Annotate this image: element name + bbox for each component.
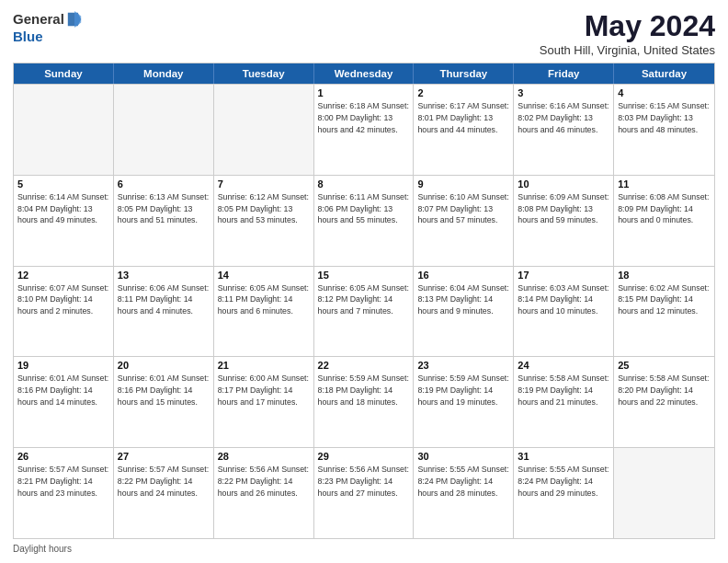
calendar-header-cell: Tuesday xyxy=(214,63,314,84)
day-number: 30 xyxy=(417,451,509,462)
day-number: 20 xyxy=(118,360,210,371)
day-number: 14 xyxy=(218,270,310,281)
logo-text: General xyxy=(13,12,64,28)
day-info: Sunrise: 6:03 AM Sunset: 8:14 PM Dayligh… xyxy=(518,282,609,317)
day-info: Sunrise: 5:59 AM Sunset: 8:18 PM Dayligh… xyxy=(318,373,410,408)
calendar-header-cell: Friday xyxy=(514,63,614,84)
day-info: Sunrise: 6:12 AM Sunset: 8:05 PM Dayligh… xyxy=(218,191,310,226)
day-info: Sunrise: 6:01 AM Sunset: 8:16 PM Dayligh… xyxy=(17,373,109,408)
day-number: 28 xyxy=(218,451,310,462)
calendar-cell xyxy=(614,448,714,538)
day-number: 9 xyxy=(417,178,509,190)
calendar-cell: 28Sunrise: 5:56 AM Sunset: 8:22 PM Dayli… xyxy=(214,448,314,538)
calendar-cell: 17Sunrise: 6:03 AM Sunset: 8:14 PM Dayli… xyxy=(514,267,614,357)
day-number: 3 xyxy=(518,87,609,98)
day-number: 8 xyxy=(318,178,410,190)
footer-text: Daylight hours xyxy=(13,544,72,554)
footer: Daylight hours xyxy=(13,544,715,554)
page: General Blue May 2024 South Hill, Virgin… xyxy=(0,0,728,563)
calendar-cell: 19Sunrise: 6:01 AM Sunset: 8:16 PM Dayli… xyxy=(14,357,114,447)
day-number: 7 xyxy=(218,178,310,190)
month-title: May 2024 xyxy=(540,9,715,43)
calendar-row: 1Sunrise: 6:18 AM Sunset: 8:00 PM Daylig… xyxy=(14,84,714,175)
calendar-row: 19Sunrise: 6:01 AM Sunset: 8:16 PM Dayli… xyxy=(14,356,714,447)
calendar-cell: 14Sunrise: 6:05 AM Sunset: 8:11 PM Dayli… xyxy=(214,267,314,357)
day-info: Sunrise: 5:57 AM Sunset: 8:22 PM Dayligh… xyxy=(118,464,210,499)
logo-icon xyxy=(66,9,83,29)
day-info: Sunrise: 6:17 AM Sunset: 8:01 PM Dayligh… xyxy=(417,100,509,135)
calendar-cell: 9Sunrise: 6:10 AM Sunset: 8:07 PM Daylig… xyxy=(414,176,514,266)
calendar-cell: 21Sunrise: 6:00 AM Sunset: 8:17 PM Dayli… xyxy=(214,357,314,447)
calendar-cell: 11Sunrise: 6:08 AM Sunset: 8:09 PM Dayli… xyxy=(614,176,714,266)
day-number: 25 xyxy=(618,360,711,371)
calendar-cell: 6Sunrise: 6:13 AM Sunset: 8:05 PM Daylig… xyxy=(114,176,214,266)
calendar-cell: 10Sunrise: 6:09 AM Sunset: 8:08 PM Dayli… xyxy=(514,176,614,266)
day-number: 13 xyxy=(118,270,210,281)
day-info: Sunrise: 6:09 AM Sunset: 8:08 PM Dayligh… xyxy=(518,191,609,226)
location: South Hill, Virginia, United States xyxy=(540,43,715,57)
day-info: Sunrise: 6:02 AM Sunset: 8:15 PM Dayligh… xyxy=(618,282,711,317)
calendar-header-row: SundayMondayTuesdayWednesdayThursdayFrid… xyxy=(14,63,714,84)
calendar-cell xyxy=(214,85,314,175)
calendar-cell: 24Sunrise: 5:58 AM Sunset: 8:19 PM Dayli… xyxy=(514,357,614,447)
day-number: 11 xyxy=(618,178,711,190)
day-info: Sunrise: 5:55 AM Sunset: 8:24 PM Dayligh… xyxy=(518,464,609,499)
day-info: Sunrise: 6:08 AM Sunset: 8:09 PM Dayligh… xyxy=(618,191,711,226)
day-info: Sunrise: 5:56 AM Sunset: 8:22 PM Dayligh… xyxy=(218,464,310,499)
calendar-cell: 4Sunrise: 6:15 AM Sunset: 8:03 PM Daylig… xyxy=(614,85,714,175)
header: General Blue May 2024 South Hill, Virgin… xyxy=(13,9,715,57)
calendar-cell xyxy=(114,85,214,175)
day-info: Sunrise: 6:01 AM Sunset: 8:16 PM Dayligh… xyxy=(118,373,210,408)
calendar-cell: 1Sunrise: 6:18 AM Sunset: 8:00 PM Daylig… xyxy=(314,85,415,175)
calendar-cell: 22Sunrise: 5:59 AM Sunset: 8:18 PM Dayli… xyxy=(314,357,415,447)
day-info: Sunrise: 6:15 AM Sunset: 8:03 PM Dayligh… xyxy=(618,100,711,135)
day-number: 12 xyxy=(17,270,109,281)
calendar-cell: 8Sunrise: 6:11 AM Sunset: 8:06 PM Daylig… xyxy=(314,176,415,266)
day-info: Sunrise: 6:04 AM Sunset: 8:13 PM Dayligh… xyxy=(417,282,509,317)
day-number: 31 xyxy=(518,451,609,462)
day-info: Sunrise: 6:06 AM Sunset: 8:11 PM Dayligh… xyxy=(118,282,210,317)
logo: General Blue xyxy=(13,9,83,45)
calendar-cell: 5Sunrise: 6:14 AM Sunset: 8:04 PM Daylig… xyxy=(14,176,114,266)
day-number: 10 xyxy=(518,178,609,190)
calendar-header-cell: Thursday xyxy=(414,63,514,84)
day-number: 23 xyxy=(417,360,509,371)
calendar-cell: 16Sunrise: 6:04 AM Sunset: 8:13 PM Dayli… xyxy=(414,267,514,357)
calendar-cell: 31Sunrise: 5:55 AM Sunset: 8:24 PM Dayli… xyxy=(514,448,614,538)
calendar: SundayMondayTuesdayWednesdayThursdayFrid… xyxy=(13,63,715,539)
calendar-header-cell: Wednesday xyxy=(314,63,415,84)
day-info: Sunrise: 5:59 AM Sunset: 8:19 PM Dayligh… xyxy=(417,373,509,408)
day-number: 21 xyxy=(218,360,310,371)
calendar-cell: 15Sunrise: 6:05 AM Sunset: 8:12 PM Dayli… xyxy=(314,267,415,357)
day-number: 29 xyxy=(318,451,410,462)
logo-blue-text: Blue xyxy=(13,29,43,45)
day-number: 1 xyxy=(318,87,410,98)
day-number: 2 xyxy=(417,87,509,98)
day-info: Sunrise: 6:07 AM Sunset: 8:10 PM Dayligh… xyxy=(17,282,109,317)
day-number: 17 xyxy=(518,270,609,281)
calendar-cell: 3Sunrise: 6:16 AM Sunset: 8:02 PM Daylig… xyxy=(514,85,614,175)
calendar-cell: 30Sunrise: 5:55 AM Sunset: 8:24 PM Dayli… xyxy=(414,448,514,538)
day-info: Sunrise: 6:13 AM Sunset: 8:05 PM Dayligh… xyxy=(118,191,210,226)
day-info: Sunrise: 5:58 AM Sunset: 8:20 PM Dayligh… xyxy=(618,373,711,408)
calendar-header-cell: Saturday xyxy=(614,63,714,84)
calendar-cell: 29Sunrise: 5:56 AM Sunset: 8:23 PM Dayli… xyxy=(314,448,415,538)
day-number: 24 xyxy=(518,360,609,371)
calendar-header-cell: Monday xyxy=(114,63,214,84)
day-info: Sunrise: 6:10 AM Sunset: 8:07 PM Dayligh… xyxy=(417,191,509,226)
day-number: 18 xyxy=(618,270,711,281)
day-number: 16 xyxy=(417,270,509,281)
day-info: Sunrise: 5:57 AM Sunset: 8:21 PM Dayligh… xyxy=(17,464,109,499)
day-info: Sunrise: 5:56 AM Sunset: 8:23 PM Dayligh… xyxy=(318,464,410,499)
calendar-cell: 12Sunrise: 6:07 AM Sunset: 8:10 PM Dayli… xyxy=(14,267,114,357)
day-info: Sunrise: 6:00 AM Sunset: 8:17 PM Dayligh… xyxy=(218,373,310,408)
day-info: Sunrise: 6:05 AM Sunset: 8:12 PM Dayligh… xyxy=(318,282,410,317)
day-info: Sunrise: 6:18 AM Sunset: 8:00 PM Dayligh… xyxy=(318,100,410,135)
calendar-cell: 25Sunrise: 5:58 AM Sunset: 8:20 PM Dayli… xyxy=(614,357,714,447)
day-number: 19 xyxy=(17,360,109,371)
title-block: May 2024 South Hill, Virginia, United St… xyxy=(540,9,715,57)
calendar-cell: 2Sunrise: 6:17 AM Sunset: 8:01 PM Daylig… xyxy=(414,85,514,175)
calendar-row: 5Sunrise: 6:14 AM Sunset: 8:04 PM Daylig… xyxy=(14,175,714,266)
day-info: Sunrise: 6:14 AM Sunset: 8:04 PM Dayligh… xyxy=(17,191,109,226)
calendar-row: 12Sunrise: 6:07 AM Sunset: 8:10 PM Dayli… xyxy=(14,266,714,357)
